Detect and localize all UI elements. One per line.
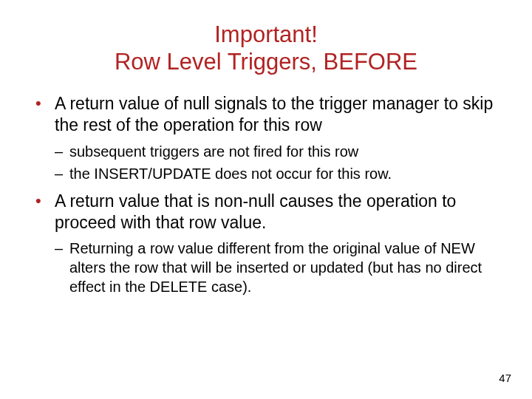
slide-title: Important! Row Level Triggers, BEFORE <box>31 21 501 75</box>
bullet-item: A return value that is non-null causes t… <box>35 191 501 297</box>
sub-item: the INSERT/UPDATE does not occur for thi… <box>55 164 501 183</box>
bullet-text: A return value that is non-null causes t… <box>55 191 456 232</box>
sub-item: subsequent triggers are not fired for th… <box>55 142 501 161</box>
sub-list: subsequent triggers are not fired for th… <box>55 142 501 183</box>
sub-item: Returning a row value different from the… <box>55 239 501 296</box>
bullet-text: A return value of null signals to the tr… <box>55 94 493 134</box>
bullet-item: A return value of null signals to the tr… <box>35 93 501 183</box>
title-line-1: Important! <box>31 21 501 48</box>
main-bullet-list: A return value of null signals to the tr… <box>31 93 501 296</box>
page-number: 47 <box>499 372 511 384</box>
sub-list: Returning a row value different from the… <box>55 239 501 296</box>
title-line-2: Row Level Triggers, BEFORE <box>31 48 501 75</box>
